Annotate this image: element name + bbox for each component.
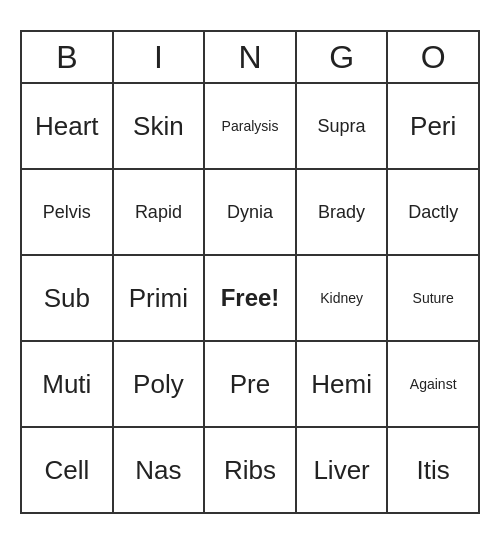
header-cell: G: [297, 32, 389, 84]
bingo-cell: Supra: [297, 84, 389, 170]
header-cell: B: [22, 32, 114, 84]
bingo-cell: Heart: [22, 84, 114, 170]
bingo-cell: Against: [388, 342, 480, 428]
bingo-cell: Skin: [114, 84, 206, 170]
bingo-cell: Brady: [297, 170, 389, 256]
bingo-cell: Suture: [388, 256, 480, 342]
bingo-cell: Cell: [22, 428, 114, 514]
bingo-cell: Poly: [114, 342, 206, 428]
bingo-cell: Paralysis: [205, 84, 297, 170]
bingo-header: BINGO: [20, 30, 480, 84]
header-cell: O: [388, 32, 480, 84]
bingo-cell: Rapid: [114, 170, 206, 256]
bingo-cell: Itis: [388, 428, 480, 514]
bingo-cell: Sub: [22, 256, 114, 342]
bingo-card: BINGO HeartSkinParalysisSupraPeriPelvisR…: [20, 30, 480, 514]
header-cell: I: [114, 32, 206, 84]
bingo-cell: Liver: [297, 428, 389, 514]
bingo-cell: Hemi: [297, 342, 389, 428]
bingo-cell: Primi: [114, 256, 206, 342]
bingo-cell: Muti: [22, 342, 114, 428]
bingo-cell: Ribs: [205, 428, 297, 514]
bingo-cell: Nas: [114, 428, 206, 514]
bingo-cell: Kidney: [297, 256, 389, 342]
bingo-cell: Peri: [388, 84, 480, 170]
bingo-cell: Dynia: [205, 170, 297, 256]
bingo-cell: Pre: [205, 342, 297, 428]
bingo-grid: HeartSkinParalysisSupraPeriPelvisRapidDy…: [20, 84, 480, 514]
header-cell: N: [205, 32, 297, 84]
bingo-cell: Pelvis: [22, 170, 114, 256]
bingo-cell: Dactly: [388, 170, 480, 256]
bingo-cell: Free!: [205, 256, 297, 342]
